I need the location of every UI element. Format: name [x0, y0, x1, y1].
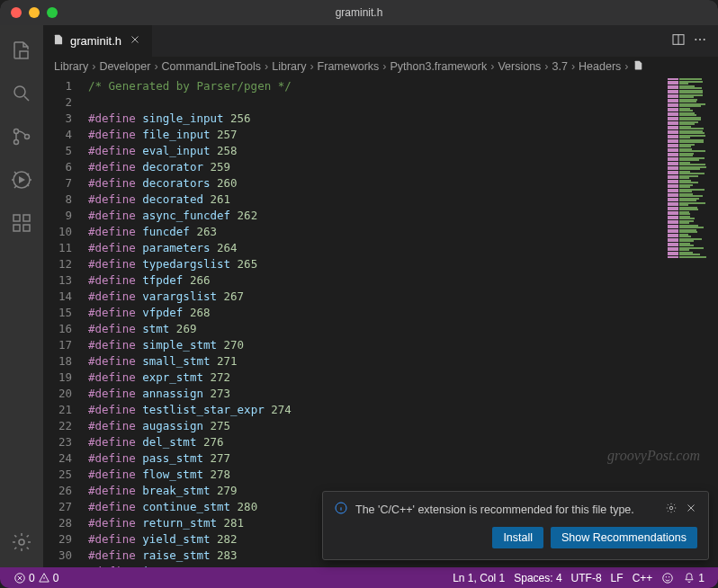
code-line[interactable]: #define augassign 275: [88, 418, 664, 434]
traffic-lights: [0, 7, 58, 18]
gear-icon[interactable]: [665, 502, 678, 517]
more-actions-icon[interactable]: [693, 32, 707, 49]
breadcrumb-segment[interactable]: CommandLineTools: [162, 60, 261, 73]
svg-point-15: [669, 506, 673, 510]
code-line[interactable]: #define parameters 264: [88, 240, 664, 256]
status-encoding[interactable]: UTF-8: [567, 572, 606, 584]
code-line[interactable]: #define testlist_star_expr 274: [88, 402, 664, 418]
breadcrumb-segment[interactable]: Developer: [99, 60, 150, 73]
chevron-right-icon: ›: [382, 60, 386, 73]
chevron-right-icon: ›: [92, 60, 95, 73]
status-notifications[interactable]: 1: [678, 572, 709, 584]
chevron-right-icon: ›: [265, 60, 268, 73]
code-line[interactable]: #define decorator 259: [88, 159, 664, 175]
file-icon: [633, 59, 644, 74]
source-control-icon[interactable]: [0, 119, 43, 155]
breadcrumb-segment[interactable]: Library: [272, 60, 306, 73]
window-close-button[interactable]: [11, 7, 22, 18]
status-cursor-position[interactable]: Ln 1, Col 1: [448, 572, 509, 584]
breadcrumb-segment[interactable]: Versions: [498, 60, 541, 73]
breadcrumb-segment[interactable]: Python3.framework: [390, 60, 488, 73]
file-icon: [52, 33, 65, 49]
code-line[interactable]: #define file_input 257: [88, 127, 664, 143]
code-line[interactable]: #define import_stmt 284: [88, 564, 664, 567]
code-line[interactable]: #define vfpdef 268: [88, 305, 664, 321]
code-line[interactable]: #define async_funcdef 262: [88, 208, 664, 224]
split-editor-icon[interactable]: [671, 32, 686, 49]
code-line[interactable]: #define decorated 261: [88, 192, 664, 208]
code-line[interactable]: #define flow_stmt 278: [88, 467, 664, 483]
warning-count: 0: [53, 572, 59, 584]
svg-point-18: [666, 576, 667, 577]
svg-rect-5: [13, 215, 20, 221]
notif-count: 1: [698, 572, 705, 584]
svg-point-9: [19, 539, 24, 545]
status-language[interactable]: C++: [628, 572, 658, 584]
svg-point-13: [704, 39, 705, 40]
run-debug-icon[interactable]: [0, 162, 43, 198]
install-button[interactable]: Install: [492, 527, 543, 548]
chevron-right-icon: ›: [571, 60, 575, 73]
breadcrumb-segment[interactable]: Headers: [579, 60, 621, 73]
code-line[interactable]: #define typedargslist 265: [88, 256, 664, 272]
status-eol[interactable]: LF: [606, 572, 628, 584]
chevron-right-icon: ›: [544, 60, 548, 73]
close-icon[interactable]: [685, 502, 697, 517]
status-feedback-icon[interactable]: [657, 572, 678, 584]
notification-toast: The 'C/C++' extension is recommended for…: [322, 491, 709, 560]
tab-close-icon[interactable]: [127, 31, 143, 50]
code-line[interactable]: #define simple_stmt 270: [88, 337, 664, 353]
notification-message: The 'C/C++' extension is recommended for…: [355, 503, 634, 516]
code-line[interactable]: /* Generated by Parser/pgen */: [88, 78, 664, 94]
tab-active[interactable]: graminit.h: [43, 25, 153, 57]
status-indentation[interactable]: Spaces: 4: [509, 572, 566, 584]
window-minimize-button[interactable]: [29, 7, 40, 18]
error-count: 0: [29, 572, 35, 584]
titlebar: graminit.h: [0, 0, 718, 25]
code-line[interactable]: #define funcdef 263: [88, 224, 664, 240]
window-title: graminit.h: [0, 6, 718, 19]
breadcrumb-segment[interactable]: 3.7: [552, 60, 568, 73]
code-line[interactable]: #define del_stmt 276: [88, 434, 664, 450]
code-line[interactable]: #define small_stmt 271: [88, 353, 664, 370]
tab-label: graminit.h: [70, 34, 121, 48]
svg-rect-8: [23, 215, 30, 221]
svg-rect-7: [23, 225, 30, 231]
extensions-icon[interactable]: [0, 205, 43, 241]
code-line[interactable]: #define decorators 260: [88, 175, 664, 192]
svg-point-11: [695, 39, 696, 40]
code-line[interactable]: #define pass_stmt 277: [88, 450, 664, 467]
svg-point-2: [14, 140, 19, 145]
info-icon: [334, 501, 348, 518]
code-line[interactable]: #define tfpdef 266: [88, 272, 664, 289]
breadcrumb-segment[interactable]: Frameworks: [318, 60, 380, 73]
code-line[interactable]: #define stmt 269: [88, 321, 664, 337]
chevron-right-icon: ›: [624, 60, 628, 73]
chevron-right-icon: ›: [310, 60, 313, 73]
editor-actions: [671, 32, 718, 49]
watermark: groovyPost.com: [607, 448, 700, 464]
code-line[interactable]: [88, 94, 664, 111]
search-icon[interactable]: [0, 76, 43, 111]
svg-point-0: [14, 86, 25, 97]
chevron-right-icon: ›: [490, 60, 494, 73]
show-recommendations-button[interactable]: Show Recommendations: [551, 527, 697, 548]
activity-bar: [0, 25, 43, 567]
code-line[interactable]: #define single_input 256: [88, 111, 664, 127]
code-line[interactable]: #define expr_stmt 272: [88, 370, 664, 386]
svg-point-12: [699, 39, 701, 40]
code-line[interactable]: #define annassign 273: [88, 386, 664, 402]
breadcrumb-segment[interactable]: Library: [54, 60, 88, 73]
svg-point-3: [25, 135, 30, 139]
svg-point-19: [669, 576, 670, 577]
window-maximize-button[interactable]: [47, 7, 58, 18]
settings-gear-icon[interactable]: [0, 524, 43, 560]
code-line[interactable]: #define varargslist 267: [88, 289, 664, 305]
tab-bar: graminit.h: [43, 25, 718, 57]
code-line[interactable]: #define eval_input 258: [88, 143, 664, 159]
explorer-icon[interactable]: [0, 32, 43, 68]
breadcrumbs[interactable]: Library›Developer›CommandLineTools›Libra…: [43, 57, 718, 76]
line-number-gutter: 1234567891011121314151617181920212223242…: [43, 76, 88, 567]
status-bar: 0 0 Ln 1, Col 1 Spaces: 4 UTF-8 LF C++ 1: [0, 567, 718, 588]
status-problems[interactable]: 0 0: [9, 567, 63, 588]
